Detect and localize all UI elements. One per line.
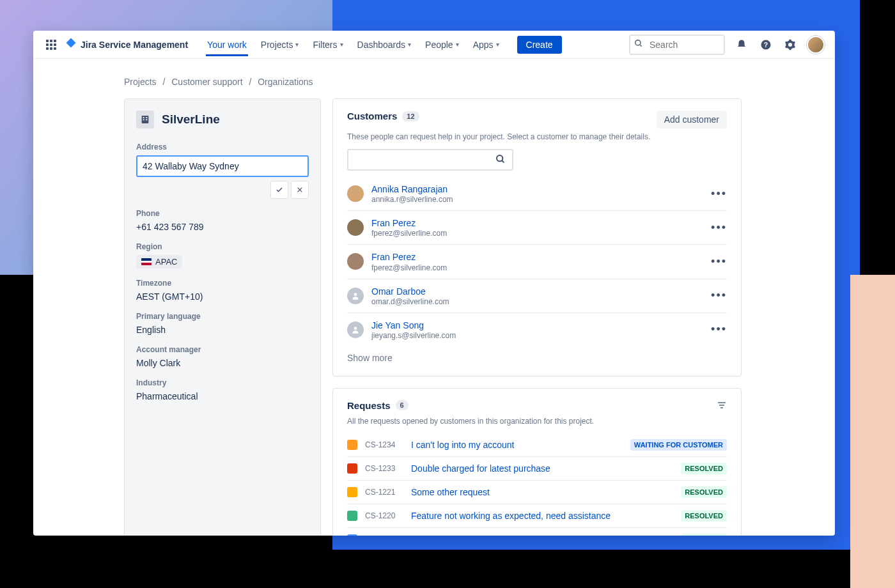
breadcrumb-projects[interactable]: Projects [124, 77, 157, 87]
requests-card: Requests 6 All the requests opened by cu… [332, 388, 742, 536]
request-list: CS-1234 I can't log into my account WAIT… [347, 433, 727, 536]
customer-avatar[interactable] [347, 321, 364, 338]
customer-avatar[interactable] [347, 219, 364, 236]
request-title[interactable]: Reoccuring payments for Paywise [411, 534, 673, 536]
manager-label: Account manager [136, 345, 309, 354]
request-key[interactable]: CS-1218 [365, 535, 403, 536]
building-icon [136, 111, 154, 128]
nav-filters[interactable]: Filters▾ [311, 33, 344, 56]
timezone-label: Timezone [136, 279, 309, 288]
address-input[interactable] [136, 155, 309, 177]
customer-list: Annika Rangarajan annika.r@silverline.co… [347, 177, 727, 346]
language-label: Primary language [136, 312, 309, 321]
search-input[interactable] [629, 35, 725, 55]
customer-email: jieyang.s@silverline.com [371, 331, 703, 340]
industry-label: Industry [136, 378, 309, 387]
customer-email: fperez@silverline.com [371, 229, 703, 238]
request-type-icon [347, 463, 357, 474]
flag-icon [141, 258, 152, 265]
request-key[interactable]: CS-1234 [365, 440, 403, 449]
more-actions-icon[interactable]: ••• [711, 187, 727, 201]
region-label: Region [136, 242, 309, 251]
nav-apps[interactable]: Apps▾ [472, 33, 501, 56]
customer-avatar[interactable] [347, 253, 364, 270]
request-row: CS-1234 I can't log into my account WAIT… [347, 433, 727, 457]
search-icon [634, 39, 643, 50]
language-value[interactable]: English [136, 325, 309, 335]
customer-name[interactable]: Fran Perez [371, 217, 703, 229]
svg-point-11 [497, 155, 502, 161]
more-actions-icon[interactable]: ••• [711, 289, 727, 302]
nav-your-work[interactable]: Your work [206, 33, 248, 56]
brand[interactable]: Jira Service Management [65, 37, 188, 52]
add-customer-button[interactable]: Add customer [657, 111, 727, 128]
region-value[interactable]: APAC [136, 255, 182, 268]
app-switcher-icon[interactable] [43, 37, 59, 52]
svg-rect-7 [143, 119, 144, 120]
svg-line-1 [640, 44, 642, 46]
chevron-down-icon: ▾ [340, 41, 343, 48]
request-key[interactable]: CS-1221 [365, 488, 403, 497]
nav-projects[interactable]: Projects▾ [260, 33, 300, 56]
organization-details-card: SilverLine Address Phone [124, 98, 321, 536]
search-icon[interactable] [495, 154, 506, 167]
request-type-icon [347, 440, 357, 450]
svg-rect-5 [143, 117, 144, 118]
request-key[interactable]: CS-1233 [365, 464, 403, 473]
help-icon[interactable]: ? [758, 37, 774, 52]
more-actions-icon[interactable]: ••• [711, 221, 727, 235]
confirm-button[interactable] [270, 181, 288, 199]
request-row: CS-1233 Double charged for latest purcha… [347, 457, 727, 481]
customer-name[interactable]: Annika Rangarajan [371, 183, 703, 195]
phone-value[interactable]: +61 423 567 789 [136, 222, 309, 232]
customer-name[interactable]: Omar Darboe [371, 286, 703, 297]
customer-row: Annika Rangarajan annika.r@silverline.co… [347, 177, 727, 211]
request-status-badge: RESOLVED [681, 463, 727, 474]
svg-line-12 [502, 160, 504, 162]
request-title[interactable]: Feature not working as expected, need as… [411, 511, 673, 521]
customer-email: annika.r@silverline.com [371, 195, 703, 204]
request-row: CS-1221 Some other request RESOLVED [347, 481, 727, 504]
nav-people[interactable]: People▾ [424, 33, 460, 56]
svg-rect-4 [142, 116, 149, 123]
customer-search-input[interactable] [347, 149, 513, 171]
customer-name[interactable]: Fran Perez [371, 251, 703, 263]
svg-point-14 [354, 327, 357, 330]
svg-rect-6 [146, 117, 147, 118]
request-title[interactable]: Double charged for latest purchase [411, 463, 673, 474]
breadcrumb-customer-support[interactable]: Customer support [171, 77, 242, 87]
more-actions-icon[interactable]: ••• [711, 255, 727, 268]
request-row: CS-1220 Feature not working as expected,… [347, 504, 727, 528]
request-title[interactable]: I can't log into my account [411, 440, 623, 450]
user-avatar[interactable] [807, 36, 825, 54]
chevron-down-icon: ▾ [456, 41, 459, 48]
more-actions-icon[interactable]: ••• [711, 323, 727, 336]
timezone-value[interactable]: AEST (GMT+10) [136, 291, 309, 302]
customer-row: Fran Perez fperez@silverline.com ••• [347, 245, 727, 279]
notifications-icon[interactable] [734, 37, 749, 52]
request-type-icon [347, 511, 357, 521]
customer-name[interactable]: Jie Yan Song [371, 320, 703, 331]
customers-title: Customers 12 [347, 111, 419, 121]
manager-value[interactable]: Molly Clark [136, 358, 309, 368]
filter-icon[interactable] [717, 400, 727, 413]
primary-nav: Your work Projects▾ Filters▾ Dashboards▾… [206, 33, 562, 56]
request-key[interactable]: CS-1220 [365, 511, 403, 520]
industry-value[interactable]: Pharmaceutical [136, 391, 309, 401]
customer-avatar[interactable] [347, 185, 364, 202]
settings-icon[interactable] [782, 37, 798, 52]
request-title[interactable]: Some other request [411, 487, 673, 497]
customer-row: Fran Perez fperez@silverline.com ••• [347, 211, 727, 245]
nav-dashboards[interactable]: Dashboards▾ [356, 33, 413, 56]
show-more-link[interactable]: Show more [347, 346, 727, 363]
breadcrumb-organizations[interactable]: Organizations [258, 77, 313, 87]
request-status-badge: RESOLVED [681, 534, 727, 536]
request-status-badge: RESOLVED [681, 510, 727, 522]
customer-avatar[interactable] [347, 288, 364, 304]
requests-title: Requests 6 [347, 400, 409, 411]
customers-count-badge: 12 [402, 111, 419, 121]
cancel-button[interactable] [291, 181, 309, 199]
request-type-icon [347, 487, 357, 497]
global-search[interactable] [629, 35, 725, 55]
create-button[interactable]: Create [517, 36, 562, 54]
